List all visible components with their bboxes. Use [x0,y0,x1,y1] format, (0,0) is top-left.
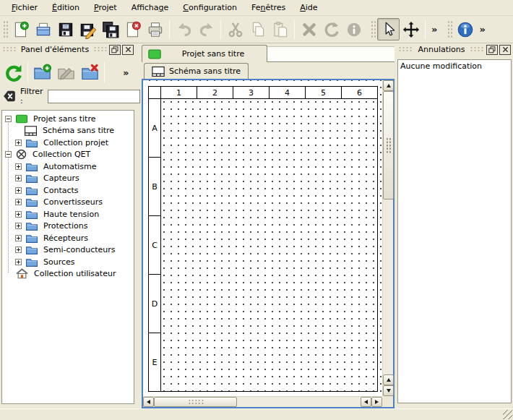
toolbar-drag-handle[interactable] [3,20,8,39]
reload-collections-button[interactable] [1,61,25,85]
print-button[interactable] [144,18,166,40]
undo-button[interactable] [173,18,195,40]
close-document-button[interactable] [121,18,144,40]
undo-history-list[interactable]: Aucune modification [397,59,512,403]
home-icon [16,268,28,279]
tree-item-haute-tension[interactable]: Haute tension [2,208,134,220]
horizontal-scrollbar[interactable] [143,396,382,407]
vertical-scroll-thumb[interactable] [383,91,394,200]
dock-close-button[interactable] [122,45,134,55]
rotate-button[interactable] [320,18,342,40]
vertical-scrollbar[interactable] [382,80,393,396]
collapse-toggle-icon[interactable] [5,116,12,122]
menu-fenetres[interactable]: Fenêtres [244,1,293,14]
expand-toggle-icon[interactable] [15,187,22,194]
tree-item-automatisme[interactable]: Automatisme [2,160,134,173]
annulations-titlebar[interactable]: Annulations [396,43,513,56]
project-icon [16,114,27,124]
tree-item-projet[interactable]: Projet sans titre [2,113,134,125]
menu-configuration[interactable]: Configuration [176,1,244,14]
tree-item-capteurs[interactable]: Capteurs [2,173,134,185]
tree-item-collection-projet[interactable]: Collection projet [2,137,134,149]
menu-affichage[interactable]: Affichage [124,1,176,14]
save-all-button[interactable] [99,18,121,40]
tab-schema-sans-titre[interactable]: Schéma sans titre [144,63,249,79]
tree-item-recepteurs[interactable]: Récepteurs [2,232,134,244]
horizontal-scroll-thumb[interactable] [154,397,237,407]
cut-button[interactable] [224,18,246,40]
expand-toggle-icon[interactable] [15,163,22,170]
expand-toggle-icon[interactable] [15,175,22,181]
tree-item-convertisseurs[interactable]: Convertisseurs [2,197,134,209]
tree-item-contacts[interactable]: Contacts [2,184,134,197]
refresh-icon [4,63,23,82]
column-header: 5 [306,86,342,99]
menu-projet[interactable]: Projet [87,1,124,14]
dock-close-button[interactable] [499,45,511,55]
tree-item-collection-utilisateur[interactable]: Collection utilisateur [2,268,134,280]
toolbar-overflow-chevron[interactable]: » [476,24,488,35]
save-button[interactable] [54,18,77,40]
tree-item-sources[interactable]: Sources [2,256,134,268]
edit-category-button[interactable] [54,61,78,85]
diagram-sheet: 1 2 3 4 5 6 A B C D [148,86,378,392]
scroll-up-button-bottom[interactable] [383,374,394,385]
diagram-scene[interactable]: 1 2 3 4 5 6 A B C D [143,80,382,396]
undo-history-item[interactable]: Aucune modification [398,60,511,72]
horizontal-scroll-track[interactable] [237,397,361,407]
element-infos-button[interactable] [342,18,365,40]
toolbar-drag-handle[interactable] [371,20,376,39]
panel-overflow-chevron[interactable]: » [120,67,132,78]
toolbar-overflow-chevron[interactable]: » [428,24,440,35]
scroll-down-button[interactable] [383,385,394,396]
clear-filter-button[interactable] [3,90,16,103]
menu-edition[interactable]: Édition [45,1,87,14]
menu-fichier[interactable]: Fichier [4,1,45,14]
tree-item-collection-qet[interactable]: Collection QET [2,149,134,161]
schema-tab-bar: Schéma sans titre [142,62,395,79]
expand-toggle-icon[interactable] [15,223,22,229]
scroll-right-button[interactable] [371,397,382,407]
delete-button[interactable] [298,18,320,40]
scroll-left-button-right[interactable] [361,397,371,407]
paste-button[interactable] [269,18,291,40]
folder-icon [26,257,38,267]
redo-button[interactable] [195,18,217,40]
open-document-icon [34,20,53,39]
expand-toggle-icon[interactable] [15,140,22,146]
delete-category-button[interactable] [78,61,102,85]
dock-float-button[interactable] [486,45,498,55]
vertical-scroll-track[interactable] [383,200,393,374]
select-mode-button[interactable] [377,18,400,40]
tree-item-schema[interactable]: Schéma sans titre [2,125,134,137]
expand-toggle-icon[interactable] [15,235,22,241]
clear-filter-icon [3,90,16,103]
resize-grip[interactable] [503,410,512,419]
elements-panel-titlebar[interactable]: Panel d'éléments [0,43,136,56]
new-category-button[interactable] [30,61,54,85]
expand-toggle-icon[interactable] [15,199,22,205]
tab-projet-sans-titre[interactable]: Projet sans titre [142,45,267,62]
dock-float-button[interactable] [109,45,121,55]
diagram-view[interactable]: 1 2 3 4 5 6 A B C D [142,79,395,408]
expand-toggle-icon[interactable] [15,247,22,253]
new-document-button[interactable] [9,18,32,40]
menu-aide[interactable]: Aide [293,1,324,14]
drawing-area[interactable] [161,99,378,392]
about-qt-button[interactable] [454,18,476,40]
scroll-left-button[interactable] [143,397,154,407]
move-mode-button[interactable] [400,18,422,40]
collapse-toggle-icon[interactable] [5,151,12,158]
filter-input[interactable] [48,90,140,103]
scroll-up-button[interactable] [383,80,394,91]
close-icon [125,46,132,53]
expand-toggle-icon[interactable] [15,211,22,218]
toolbar-drag-handle[interactable] [447,20,452,39]
expand-toggle-icon[interactable] [15,259,22,265]
tree-item-semi-conducteurs[interactable]: Semi-conducteurs [2,244,134,257]
tree-item-protections[interactable]: Protections [2,220,134,233]
open-document-button[interactable] [32,18,54,40]
elements-panel-dock: Panel d'éléments [0,43,136,408]
copy-button[interactable] [246,18,269,40]
save-as-button[interactable] [77,18,99,40]
